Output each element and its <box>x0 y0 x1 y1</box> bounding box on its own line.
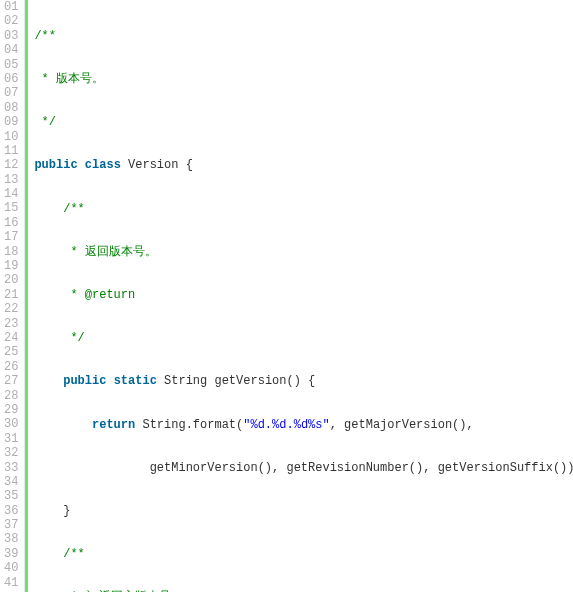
code-line: getMinorVersion(), getRevisionNumber(), … <box>34 461 573 475</box>
line-number: 25 <box>4 345 18 359</box>
line-number: 20 <box>4 273 18 287</box>
line-number: 17 <box>4 230 18 244</box>
line-number: 07 <box>4 86 18 100</box>
line-number: 12 <box>4 158 18 172</box>
line-number: 13 <box>4 173 18 187</box>
line-number: 30 <box>4 417 18 431</box>
line-number-gutter: 01 02 03 04 05 06 07 08 09 10 11 12 13 1… <box>0 0 25 592</box>
code-area: /** * 版本号。 */ public class Version { /**… <box>25 0 573 592</box>
line-number: 41 <box>4 576 18 590</box>
line-number: 04 <box>4 43 18 57</box>
line-number: 10 <box>4 130 18 144</box>
line-number: 14 <box>4 187 18 201</box>
line-number: 06 <box>4 72 18 86</box>
code-line: /** <box>34 202 573 216</box>
code-line: /** <box>34 29 573 43</box>
line-number: 11 <box>4 144 18 158</box>
line-number: 26 <box>4 360 18 374</box>
line-number: 34 <box>4 475 18 489</box>
line-number: 27 <box>4 374 18 388</box>
line-number: 40 <box>4 561 18 575</box>
line-number: 18 <box>4 245 18 259</box>
code-line: /** <box>34 547 573 561</box>
line-number: 29 <box>4 403 18 417</box>
line-number: 02 <box>4 14 18 28</box>
line-number: 38 <box>4 532 18 546</box>
code-line: * 返回版本号。 <box>34 245 573 259</box>
line-number: 33 <box>4 461 18 475</box>
line-number: 09 <box>4 115 18 129</box>
line-number: 32 <box>4 446 18 460</box>
line-number: 31 <box>4 432 18 446</box>
code-line: return String.format("%d.%d.%d%s", getMa… <box>34 418 573 432</box>
line-number: 15 <box>4 201 18 215</box>
line-number: 35 <box>4 489 18 503</box>
code-line: * @return <box>34 288 573 302</box>
line-number: 39 <box>4 547 18 561</box>
code-line: public class Version { <box>34 158 573 172</box>
code-line: */ <box>34 331 573 345</box>
line-number: 01 <box>4 0 18 14</box>
line-number: 16 <box>4 216 18 230</box>
line-number: 05 <box>4 58 18 72</box>
code-line: */ <box>34 115 573 129</box>
code-line: * 版本号。 <box>34 72 573 86</box>
line-number: 08 <box>4 101 18 115</box>
line-number: 28 <box>4 389 18 403</box>
line-number: 37 <box>4 518 18 532</box>
line-number: 19 <box>4 259 18 273</box>
line-number: 03 <box>4 29 18 43</box>
line-number: 36 <box>4 504 18 518</box>
line-number: 21 <box>4 288 18 302</box>
line-number: 24 <box>4 331 18 345</box>
line-number: 22 <box>4 302 18 316</box>
code-viewer: 01 02 03 04 05 06 07 08 09 10 11 12 13 1… <box>0 0 573 592</box>
code-line: public static String getVersion() { <box>34 374 573 388</box>
line-number: 23 <box>4 317 18 331</box>
code-line: } <box>34 504 573 518</box>
